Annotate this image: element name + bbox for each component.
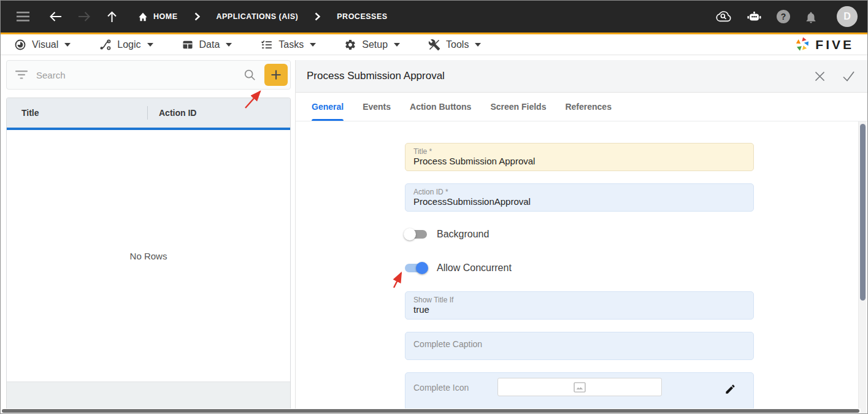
allow-concurrent-toggle[interactable] bbox=[405, 262, 427, 274]
bot-icon[interactable] bbox=[746, 9, 762, 24]
chevron-right-icon bbox=[315, 12, 320, 21]
menu-visual[interactable]: Visual bbox=[14, 39, 71, 51]
table-footer bbox=[7, 381, 290, 410]
save-check-icon[interactable] bbox=[842, 71, 855, 82]
navbar-actions: ? D bbox=[715, 6, 858, 27]
detail-tabs: General Events Action Buttons Screen Fie… bbox=[296, 93, 867, 121]
table-body: No Rows bbox=[7, 130, 290, 381]
chevron-down-icon bbox=[475, 43, 481, 47]
add-icon bbox=[270, 69, 282, 81]
brand-wordmark: FIVE bbox=[815, 37, 854, 52]
show-title-if-label: Show Title If bbox=[413, 296, 453, 304]
top-navbar: HOME APPLICATIONS (AIS) PROCESSES bbox=[1, 1, 867, 34]
records-table: Title Action ID No Rows bbox=[6, 98, 291, 410]
background-toggle[interactable] bbox=[405, 228, 427, 240]
title-field-value: Process Submission Approval bbox=[413, 156, 535, 166]
allow-concurrent-toggle-label: Allow Concurrent bbox=[437, 263, 512, 274]
detail-title: Process Submission Approval bbox=[307, 70, 445, 82]
chevron-right-icon bbox=[194, 12, 200, 21]
breadcrumb-processes[interactable]: PROCESSES bbox=[337, 12, 387, 21]
setup-icon bbox=[344, 39, 356, 51]
action-id-field[interactable]: Action ID * ProcessSubmissionApproval bbox=[405, 183, 754, 212]
show-title-if-field[interactable]: Show Title If true bbox=[405, 291, 754, 320]
app-window: HOME APPLICATIONS (AIS) PROCESSES bbox=[0, 0, 868, 414]
complete-caption-label: Complete Caption bbox=[413, 339, 482, 349]
detail-header: Process Submission Approval bbox=[296, 60, 867, 93]
list-panel: Title Action ID No Rows bbox=[6, 55, 291, 414]
complete-icon-label: Complete Icon bbox=[413, 383, 469, 393]
logic-icon bbox=[99, 39, 112, 51]
menu-setup[interactable]: Setup bbox=[344, 39, 400, 51]
chevron-down-icon bbox=[310, 43, 316, 47]
breadcrumb: HOME APPLICATIONS (AIS) PROCESSES bbox=[138, 12, 388, 21]
tab-references[interactable]: References bbox=[565, 93, 612, 121]
forward-icon[interactable] bbox=[78, 11, 91, 22]
complete-caption-field[interactable]: Complete Caption bbox=[405, 332, 754, 360]
avatar[interactable]: D bbox=[837, 6, 858, 27]
data-icon bbox=[182, 39, 194, 51]
complete-icon-field: Complete Icon bbox=[405, 372, 754, 410]
tab-screen-fields[interactable]: Screen Fields bbox=[490, 93, 546, 121]
complete-icon-picker[interactable] bbox=[497, 378, 662, 396]
five-logo-icon bbox=[794, 36, 811, 53]
visual-icon bbox=[14, 39, 26, 51]
tools-icon bbox=[428, 39, 440, 51]
background-toggle-row: Background bbox=[405, 226, 754, 242]
main-area: Title Action ID No Rows Process Submissi… bbox=[1, 55, 867, 414]
show-title-if-value: true bbox=[413, 304, 429, 315]
horizontal-scrollbar[interactable] bbox=[1, 408, 861, 413]
tasks-icon bbox=[260, 39, 273, 51]
action-id-field-value: ProcessSubmissionApproval bbox=[413, 196, 531, 207]
menu-data[interactable]: Data bbox=[182, 39, 232, 51]
title-field-label: Title * bbox=[413, 147, 432, 156]
cloud-search-icon[interactable] bbox=[715, 9, 732, 24]
help-icon[interactable]: ? bbox=[777, 10, 790, 23]
search-input[interactable] bbox=[36, 70, 243, 80]
up-icon[interactable] bbox=[107, 11, 117, 23]
chevron-down-icon bbox=[147, 43, 153, 47]
title-field[interactable]: Title * Process Submission Approval bbox=[405, 143, 754, 171]
menu-icon[interactable] bbox=[17, 12, 29, 21]
vertical-scrollbar-thumb[interactable] bbox=[860, 124, 866, 301]
column-header-action-id[interactable]: Action ID bbox=[148, 108, 196, 118]
tab-general[interactable]: General bbox=[312, 93, 344, 121]
home-icon bbox=[138, 12, 148, 21]
allow-concurrent-toggle-row: Allow Concurrent bbox=[405, 260, 754, 276]
form-column: Title * Process Submission Approval Acti… bbox=[405, 143, 754, 410]
filter-icon[interactable] bbox=[15, 71, 28, 79]
vertical-scrollbar[interactable] bbox=[858, 121, 866, 414]
empty-state-text: No Rows bbox=[130, 251, 167, 261]
form-content: Title * Process Submission Approval Acti… bbox=[296, 121, 867, 414]
bell-icon[interactable] bbox=[804, 10, 818, 24]
tab-events[interactable]: Events bbox=[363, 93, 391, 121]
horizontal-scrollbar-thumb[interactable] bbox=[2, 409, 859, 413]
table-header: Title Action ID bbox=[7, 98, 290, 128]
background-toggle-label: Background bbox=[437, 229, 489, 240]
column-header-title[interactable]: Title bbox=[7, 108, 147, 118]
back-icon[interactable] bbox=[49, 11, 62, 22]
chevron-down-icon bbox=[394, 43, 400, 47]
image-placeholder-icon bbox=[574, 382, 586, 393]
breadcrumb-home[interactable]: HOME bbox=[138, 12, 178, 21]
close-icon[interactable] bbox=[814, 71, 826, 82]
tab-action-buttons[interactable]: Action Buttons bbox=[410, 93, 471, 121]
chevron-down-icon bbox=[226, 43, 232, 47]
five-brand: FIVE bbox=[794, 36, 854, 53]
menu-logic[interactable]: Logic bbox=[99, 39, 153, 51]
edit-pencil-icon[interactable] bbox=[724, 383, 736, 397]
menu-toolbar: Visual Logic Data bbox=[1, 34, 867, 55]
menu-tasks[interactable]: Tasks bbox=[260, 39, 316, 51]
search-icon[interactable] bbox=[243, 68, 256, 82]
add-record-button[interactable] bbox=[264, 64, 288, 86]
search-bar bbox=[6, 60, 291, 90]
action-id-field-label: Action ID * bbox=[413, 188, 448, 196]
detail-panel: Process Submission Approval General Even… bbox=[295, 60, 867, 414]
chevron-down-icon bbox=[64, 43, 71, 47]
menu-tools[interactable]: Tools bbox=[428, 39, 481, 51]
breadcrumb-applications[interactable]: APPLICATIONS (AIS) bbox=[217, 12, 299, 21]
